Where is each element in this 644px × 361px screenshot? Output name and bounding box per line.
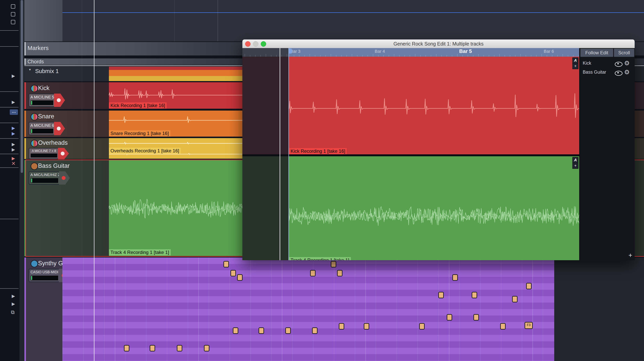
kick-add-badge[interactable]: + (572, 63, 578, 69)
grid-line (218, 0, 218, 42)
midi-note[interactable] (500, 323, 506, 329)
midi-note[interactable] (337, 270, 342, 276)
overlap-windows-icon[interactable]: ⧉ (11, 310, 15, 315)
edit-window-titlebar[interactable]: Generic Rock Song Edit 1: Multiple track… (242, 40, 635, 48)
edit-playhead[interactable] (280, 48, 280, 260)
midi-note[interactable] (237, 274, 242, 281)
ruler-bar-label: Bar 4 (375, 49, 385, 54)
bass-add-badge[interactable]: + (572, 163, 578, 169)
synthy-midi-clip[interactable]: F3 (62, 257, 554, 361)
chords-row-handle[interactable] (24, 58, 26, 65)
midi-note[interactable] (452, 274, 458, 281)
overheads-track-icon[interactable] (31, 140, 38, 147)
edit-tracklist-row[interactable]: Kick⚙ (580, 59, 635, 68)
kick-track-icon[interactable] (31, 85, 38, 92)
midi-note[interactable] (230, 270, 236, 276)
visibility-eye-icon[interactable] (615, 71, 622, 76)
scroll-button[interactable]: Scroll (614, 49, 634, 57)
midi-note[interactable] (204, 345, 210, 351)
ruler-bar-label: Bar 6 (544, 49, 554, 54)
play-arrow-icon[interactable]: ▶ (12, 126, 15, 130)
playhead[interactable] (94, 0, 94, 361)
expand-arrow-icon[interactable]: ▶ (12, 74, 15, 78)
synthy-track-icon[interactable] (31, 260, 38, 267)
snare-track-name[interactable]: Snare (38, 113, 54, 120)
edit-tracklist-row[interactable]: Bass Guitar⚙ (580, 68, 635, 77)
chords-label: Chords (28, 59, 44, 65)
midi-note[interactable] (312, 327, 318, 334)
submix-clip-overheads[interactable] (109, 76, 242, 81)
midi-note[interactable] (331, 261, 336, 267)
expand-arrow-icon[interactable]: ▶ (12, 142, 15, 147)
timeline-ruler[interactable]: Bar 3Bar 4Bar 5Bar 6 (289, 48, 579, 57)
midi-note[interactable] (438, 292, 444, 298)
kick-track-color-strip (24, 82, 26, 109)
edit-window-body: Bar 3Bar 4Bar 5Bar 6 Kick Recording 1 [t… (242, 48, 635, 260)
bass-edit-clip[interactable]: Track 4 Recording 1 [take 1] A + (289, 156, 579, 260)
expand-arrow-icon[interactable]: ▶ (12, 148, 15, 152)
synthy-input-device[interactable]: CASIO USB-MIDI (29, 269, 60, 282)
snare-clip[interactable]: Snare Recording 1 [take 16] (109, 111, 242, 137)
midi-note[interactable] (512, 296, 518, 302)
delete-x-icon[interactable]: ✕ (11, 161, 16, 166)
midi-note[interactable] (233, 327, 238, 334)
vertical-scrollbar-thumb[interactable] (21, 0, 23, 173)
bass-automation-badge[interactable]: A (572, 157, 578, 163)
kick-edit-clip[interactable]: Kick Recording 1 [take 16] A + (289, 57, 579, 154)
midi-note[interactable] (310, 270, 316, 276)
snare-record-arm-button[interactable] (54, 122, 65, 135)
snare-track-icon[interactable] (31, 113, 38, 121)
expand-arrow-icon[interactable]: ▶ (12, 302, 15, 306)
ruler-tick (287, 54, 287, 57)
markers-row-handle[interactable] (24, 42, 26, 56)
kick-record-arm-button[interactable] (54, 94, 65, 107)
edit-cursor-line[interactable] (288, 48, 289, 260)
gear-icon[interactable]: ⚙ (624, 68, 630, 76)
midi-note[interactable] (364, 323, 369, 329)
kick-clip[interactable]: Kick Recording 1 [take 16] (109, 82, 242, 109)
midi-note[interactable] (258, 327, 264, 334)
vertical-scrollbar[interactable] (20, 0, 24, 361)
more-options-button[interactable]: … (10, 109, 18, 115)
midi-note[interactable] (419, 323, 425, 329)
kick-track-name[interactable]: Kick (38, 85, 50, 92)
gear-icon[interactable]: ⚙ (624, 59, 630, 67)
synthy-track-row[interactable]: Synthy Guy CASIO USB-MIDI F3 (24, 257, 644, 361)
overheads-record-arm-button[interactable] (58, 148, 69, 159)
overheads-input-device[interactable]: A MIC/LINE 7 + 8 (29, 148, 59, 159)
submix-clip-snare[interactable] (109, 70, 242, 76)
play-arrow-icon[interactable]: ▶ (12, 132, 15, 136)
ruler-tick (410, 55, 410, 57)
midi-note-f3[interactable]: F3 (524, 322, 533, 329)
window-layout-icon-1[interactable] (11, 4, 15, 9)
midi-note[interactable] (285, 327, 291, 334)
midi-note[interactable] (177, 345, 182, 351)
midi-note[interactable] (472, 292, 477, 298)
midi-note[interactable] (339, 323, 344, 329)
window-layout-icon-2[interactable] (11, 12, 15, 17)
midi-note[interactable] (150, 345, 155, 351)
midi-note[interactable] (447, 314, 452, 320)
submix-name[interactable]: Submix 1 (35, 68, 59, 75)
midi-note[interactable] (124, 345, 130, 351)
ruler-tick (271, 55, 271, 57)
kick-automation-badge[interactable]: A (572, 58, 578, 64)
midi-note[interactable] (224, 261, 229, 267)
kick-input-device[interactable]: A MIC/LINE 5 (29, 94, 55, 107)
overheads-track-name[interactable]: Overheads (38, 139, 68, 146)
visibility-eye-icon[interactable] (615, 62, 622, 67)
follow-edit-button[interactable]: Follow Edit (580, 49, 613, 57)
submix-collapse-arrow[interactable]: ▾ (29, 68, 31, 72)
expand-arrow-icon[interactable]: ▶ (12, 100, 15, 104)
record-arrow-icon[interactable]: ▶ (12, 156, 15, 161)
ruler-pre-region[interactable] (242, 48, 289, 57)
edit-window[interactable]: Generic Rock Song Edit 1: Multiple track… (242, 40, 635, 260)
expand-arrow-icon[interactable]: ▶ (12, 294, 15, 298)
overheads-clip[interactable]: Overheads Recording 1 [take 16] (109, 138, 242, 159)
window-layout-icon-3[interactable] (11, 20, 15, 24)
submix-clip-kick[interactable] (109, 67, 242, 70)
snare-input-device[interactable]: A MIC/LINE 6 (29, 122, 55, 135)
add-track-button[interactable]: + (628, 251, 632, 259)
midi-note[interactable] (526, 283, 532, 289)
midi-note[interactable] (474, 314, 479, 320)
